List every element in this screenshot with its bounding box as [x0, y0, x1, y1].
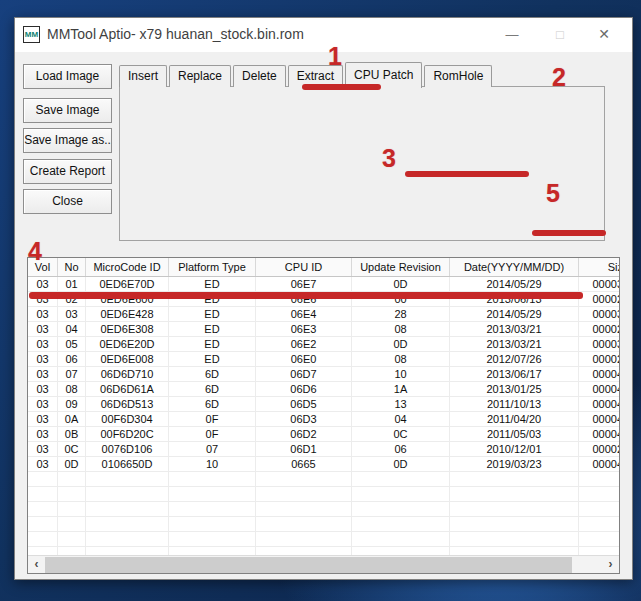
column-header-date-yyyy-mm-dd[interactable]: Date(YYYY/MM/DD): [450, 258, 579, 276]
empty-row: [28, 472, 619, 487]
scroll-right-icon[interactable]: ›: [602, 556, 619, 573]
cell: 0ED6E428: [86, 307, 169, 321]
column-header-microcode-id[interactable]: MicroCode ID: [86, 258, 169, 276]
cell: 00003: [579, 337, 620, 351]
horizontal-scrollbar[interactable]: ‹ ›: [28, 555, 619, 573]
cell: 03: [28, 307, 58, 321]
cell: 00003: [579, 307, 620, 321]
microcode-table: VolNoMicroCode IDPlatform TypeCPU IDUpda…: [27, 257, 620, 574]
cell: 06D6: [256, 382, 352, 396]
tab-romhole[interactable]: RomHole: [424, 65, 492, 87]
cell: 0106650D: [86, 457, 169, 471]
cell: 2010/12/01: [450, 442, 579, 456]
cell: [450, 472, 579, 486]
cell: 2011/04/20: [450, 412, 579, 426]
close-icon[interactable]: ✕: [584, 18, 624, 51]
cell: [352, 487, 450, 501]
table-row[interactable]: 030A00F6D3040F06D3042011/04/2000004: [28, 412, 619, 427]
cell: 2011/10/13: [450, 397, 579, 411]
tab-replace[interactable]: Replace: [169, 65, 231, 87]
cell: 03: [28, 277, 58, 291]
cell: [58, 487, 86, 501]
cell: 00004: [579, 367, 620, 381]
cell: 10: [169, 457, 256, 471]
column-header-update-revision[interactable]: Update Revision: [352, 258, 450, 276]
cell: [86, 472, 169, 486]
cell: 06E7: [256, 277, 352, 291]
tab-delete[interactable]: Delete: [233, 65, 286, 87]
table-row[interactable]: 03010ED6E70DED06E70D2014/05/2900003: [28, 277, 619, 292]
table-row[interactable]: 03050ED6E20DED06E20D2013/03/2100003: [28, 337, 619, 352]
cell: 03: [58, 307, 86, 321]
table-row[interactable]: 030C0076D1060706D1062010/12/0100002: [28, 442, 619, 457]
cell: 00004: [579, 382, 620, 396]
sidebar-button-save-image[interactable]: Save Image: [23, 98, 112, 123]
column-header-siz[interactable]: Siz: [579, 258, 620, 276]
cell: [169, 517, 256, 531]
cell: [28, 532, 58, 546]
table-row[interactable]: 030D0106650D1006650D2019/03/2300004: [28, 457, 619, 472]
column-header-no[interactable]: No: [58, 258, 86, 276]
sidebar-button-create-report[interactable]: Create Report: [23, 159, 112, 184]
cell: 6D: [169, 397, 256, 411]
scroll-left-icon[interactable]: ‹: [28, 556, 45, 573]
table-row[interactable]: 03040ED6E308ED06E3082013/03/2100002: [28, 322, 619, 337]
cell: [58, 517, 86, 531]
maximize-button[interactable]: □: [540, 18, 580, 51]
cell: ED: [169, 337, 256, 351]
cell: 06D2: [256, 427, 352, 441]
cell: 08: [352, 352, 450, 366]
cell: 06E3: [256, 322, 352, 336]
cell: [256, 472, 352, 486]
cell: [579, 487, 620, 501]
minimize-button[interactable]: —: [492, 18, 532, 51]
cell: 2013/01/25: [450, 382, 579, 396]
column-header-cpu-id[interactable]: CPU ID: [256, 258, 352, 276]
titlebar[interactable]: MM MMTool Aptio- x79 huanan_stock.bin.ro…: [15, 18, 632, 52]
empty-row: [28, 487, 619, 502]
cell: [28, 517, 58, 531]
table-row[interactable]: 030706D6D7106D06D7102013/06/1700004: [28, 367, 619, 382]
cell: 6D: [169, 382, 256, 396]
sidebar-button-load-image[interactable]: Load Image: [23, 64, 112, 89]
cell: 13: [352, 397, 450, 411]
cell: 08: [58, 382, 86, 396]
cell: [352, 517, 450, 531]
cell: 03: [28, 397, 58, 411]
table-row[interactable]: 030906D6D5136D06D5132011/10/1300004: [28, 397, 619, 412]
cell: 0F: [169, 412, 256, 426]
cell: 0D: [352, 277, 450, 291]
mmtool-window: MM MMTool Aptio- x79 huanan_stock.bin.ro…: [14, 17, 633, 580]
cell: 06: [352, 442, 450, 456]
annotation-underline-insert-option: [405, 171, 529, 177]
cell: 00004: [579, 457, 620, 471]
tab-insert[interactable]: Insert: [119, 65, 167, 87]
cell: [58, 502, 86, 516]
sidebar-button-close[interactable]: Close: [23, 189, 112, 214]
table-row[interactable]: 030B00F6D20C0F06D20C2011/05/0300004: [28, 427, 619, 442]
scrollbar-thumb[interactable]: [45, 557, 572, 573]
cell: [86, 502, 169, 516]
cell: 0665: [256, 457, 352, 471]
cell: 03: [28, 382, 58, 396]
cell: 0C: [352, 427, 450, 441]
cell: 0B: [58, 427, 86, 441]
cell: [256, 517, 352, 531]
cell: 07: [169, 442, 256, 456]
cell: ED: [169, 322, 256, 336]
table-row[interactable]: 030806D6D61A6D06D61A2013/01/2500004: [28, 382, 619, 397]
cell: 0F: [169, 427, 256, 441]
sidebar-button-save-image-as[interactable]: Save Image as..: [23, 128, 112, 153]
column-header-platform-type[interactable]: Platform Type: [169, 258, 256, 276]
table-row[interactable]: 03030ED6E428ED06E4282014/05/2900003: [28, 307, 619, 322]
table-row[interactable]: 03060ED6E008ED06E0082012/07/2600002: [28, 352, 619, 367]
cell: 00004: [579, 412, 620, 426]
cell: 2013/06/17: [450, 367, 579, 381]
cell: [352, 472, 450, 486]
cell: 06D6D513: [86, 397, 169, 411]
cell: 00004: [579, 427, 620, 441]
empty-row: [28, 502, 619, 517]
cell: 00004: [579, 397, 620, 411]
cell: 0D: [352, 457, 450, 471]
cell: 00003: [579, 277, 620, 291]
